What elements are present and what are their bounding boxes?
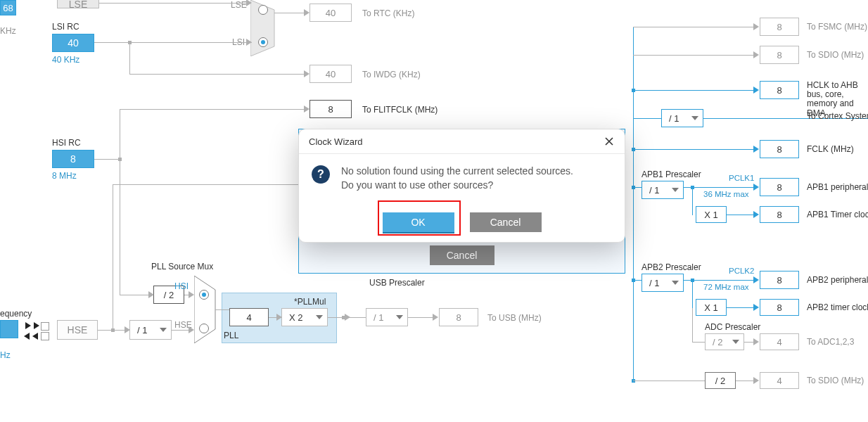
pll-mux-hsi-radio[interactable] — [199, 290, 209, 300]
fsmc-label: To FSMC (MHz) — [807, 22, 867, 32]
rtc-value-box: 40 — [309, 4, 352, 22]
freq-box — [0, 320, 18, 338]
apb1-max: 36 MHz max — [703, 190, 749, 198]
partial-value: 68 — [3, 3, 13, 13]
adc-div-select[interactable]: / 2 — [705, 333, 744, 350]
chevron-down-icon — [672, 281, 679, 285]
pll-mux-hse-radio[interactable] — [199, 324, 209, 333]
close-icon[interactable] — [602, 134, 616, 148]
clock-wizard-dialog: Clock Wizard ? No solution found using t… — [298, 129, 625, 243]
pll-mux-title: PLL Source Mux — [151, 262, 213, 271]
dialog-message: No solution found using the current sele… — [341, 164, 573, 193]
unit-khz: KHz — [0, 26, 16, 36]
pll-mul-select[interactable]: X 2 — [281, 308, 328, 326]
question-icon: ? — [312, 165, 330, 184]
chevron-down-icon — [316, 315, 323, 319]
dialog-title: Clock Wizard — [309, 136, 363, 147]
apb1-periph-box: 8 — [760, 178, 799, 196]
adc-box: 4 — [760, 333, 799, 350]
iwdg-label: To IWDG (KHz) — [362, 70, 421, 79]
adc-label: To ADC1,2,3 — [807, 337, 854, 347]
apb1-tim-mul: X 1 — [696, 206, 727, 223]
ahb-box: 8 — [760, 81, 799, 99]
usb-label: To USB (MHz) — [487, 313, 542, 323]
lsi-freq: 40 KHz — [52, 55, 79, 65]
partial-value-box: 68 — [0, 0, 16, 15]
apb2-pclk: PCLK2 — [729, 267, 754, 275]
cortex-label: To Cortex System — [807, 111, 868, 121]
rtc-mux-lse-radio[interactable] — [258, 5, 268, 15]
pll-unit: PLL — [224, 331, 238, 340]
clock-config-canvas: 68 KHz equency Hz LSE LSI RC 40 40 KHz H… — [0, 0, 868, 422]
apb1-tim-box: 8 — [760, 206, 799, 223]
lse-block: LSE — [57, 0, 99, 8]
rtc-label: To RTC (KHz) — [362, 8, 414, 18]
apb2-title: APB2 Prescaler — [642, 262, 701, 272]
apb2-tim-mul: X 1 — [696, 299, 727, 316]
usb-div-select[interactable]: / 1 — [366, 308, 408, 326]
chevron-down-icon — [732, 340, 739, 344]
cancel-button[interactable]: Cancel — [470, 212, 542, 232]
flitf-label: To FLITFCLK (MHz) — [362, 105, 438, 115]
sdio-label: To SDIO (MHz) — [807, 50, 864, 60]
chevron-down-icon — [396, 315, 403, 319]
chevron-down-icon — [160, 328, 167, 332]
usb-value-box: 8 — [439, 308, 478, 326]
overlay-cancel-button[interactable]: Cancel — [430, 245, 494, 265]
lsi-title: LSI RC — [52, 22, 79, 32]
hse-block: HSE — [57, 320, 98, 340]
chevron-down-icon — [672, 188, 679, 192]
apb2-periph-box: 8 — [760, 271, 799, 289]
apb2-max: 72 MHz max — [703, 283, 749, 291]
hse-div-select[interactable]: / 1 — [129, 320, 172, 340]
chevron-down-icon — [691, 116, 698, 120]
mux-lbl-lse: LSE — [231, 0, 247, 10]
sdio2-box: 4 — [760, 372, 799, 389]
hsi-freq: 8 MHz — [52, 171, 77, 181]
adc-title: ADC Prescaler — [705, 322, 760, 332]
rtc-mux-lsi-radio[interactable] — [258, 37, 268, 47]
dialog-titlebar: Clock Wizard — [299, 129, 625, 154]
pllmul-label: *PLLMul — [294, 297, 326, 307]
iwdg-value-box: 40 — [309, 65, 352, 83]
apb1-tim-label: APB1 Timer clocks — [807, 210, 868, 219]
hsi-value-box: 8 — [52, 150, 94, 168]
lsi-value-box: 40 — [52, 34, 94, 52]
fsmc-box: 8 — [760, 18, 799, 36]
fclk-box: 8 — [760, 140, 799, 158]
apb2-div-select[interactable]: / 1 — [642, 274, 684, 292]
apb2-periph-label: APB2 peripherals — [807, 275, 868, 285]
apb1-div-select[interactable]: / 1 — [642, 181, 684, 199]
flitf-value-box: 8 — [309, 100, 352, 118]
apb1-pclk: PCLK1 — [729, 174, 754, 182]
sdio-box: 8 — [760, 46, 799, 64]
sdio2-div: / 2 — [705, 372, 736, 389]
ok-button[interactable]: OK — [383, 212, 454, 234]
apb2-tim-box: 8 — [760, 299, 799, 316]
unit-hz: Hz — [0, 350, 11, 360]
sdio2-label: To SDIO (MHz) — [807, 376, 864, 385]
fclk-label: FCLK (MHz) — [807, 144, 854, 154]
pll-hsi-lbl: HSI — [174, 281, 189, 291]
apb1-title: APB1 Prescaler — [642, 170, 701, 179]
apb2-tim-label: APB2 timer clocks — [807, 302, 868, 312]
usb-title: USB Prescaler — [369, 278, 425, 288]
apb1-periph-label: APB1 peripherals — [807, 182, 868, 192]
cortex-div-select[interactable]: / 1 — [661, 109, 703, 127]
pll-mul-val: 4 — [229, 308, 269, 326]
hsi-title: HSI RC — [52, 138, 81, 148]
freq-label: equency — [0, 309, 32, 319]
